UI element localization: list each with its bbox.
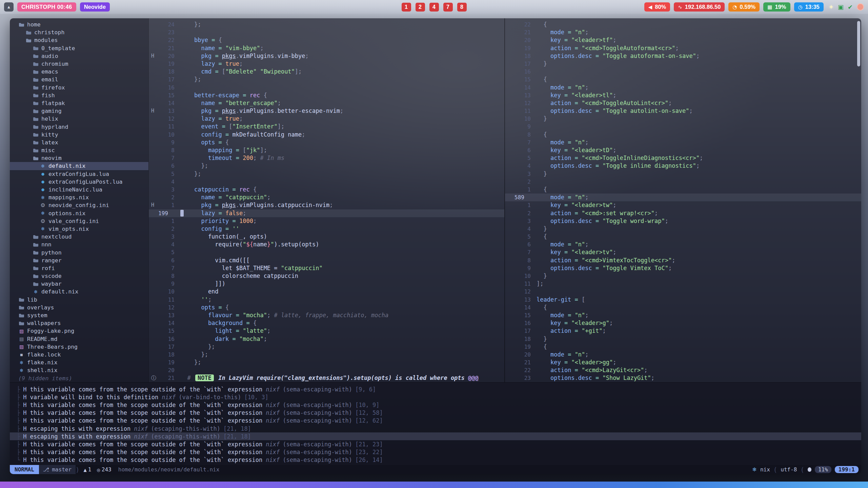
diagnostic-row[interactable]: ├ H this variable comes from the scope o… bbox=[10, 385, 861, 393]
file-tree-item[interactable]: rofi bbox=[10, 264, 148, 272]
file-tree-item[interactable]: audio bbox=[10, 52, 148, 60]
file-tree-item[interactable]: extraConfigLuaPost.lua bbox=[10, 178, 148, 186]
file-type-icon bbox=[18, 360, 25, 365]
file-tree-item[interactable]: neovide_config.ini bbox=[10, 201, 148, 209]
file-tree-item[interactable]: wallpapers bbox=[10, 319, 148, 327]
file-tree-item[interactable]: flake.nix bbox=[10, 359, 148, 366]
file-tree-item[interactable]: nextcloud bbox=[10, 233, 148, 241]
file-tree-item[interactable]: christoph bbox=[10, 28, 148, 36]
file-tree-item[interactable]: latex bbox=[10, 139, 148, 146]
code-text: } bbox=[537, 60, 547, 68]
file-tree-item[interactable]: kitty bbox=[10, 131, 148, 139]
file-tree-item[interactable]: system bbox=[10, 311, 148, 319]
line-number: 20 bbox=[514, 351, 531, 359]
file-tree-item[interactable]: ranger bbox=[10, 257, 148, 264]
file-tree-item[interactable]: README.md bbox=[10, 335, 148, 343]
code-line: 10 } bbox=[505, 272, 861, 280]
file-tree-item[interactable]: waybar bbox=[10, 280, 148, 288]
diagnostic-row[interactable]: ├ H this variable comes from the scope o… bbox=[10, 440, 861, 448]
file-tree-item[interactable]: nnn bbox=[10, 241, 148, 248]
file-tree-item[interactable]: (9 hidden items) bbox=[10, 374, 148, 382]
code-text: pkg = pkgs.vimPlugins.catppuccin-nvim; bbox=[180, 201, 333, 209]
file-tree-item[interactable]: default.nix bbox=[10, 288, 148, 296]
file-tree-item[interactable]: misc bbox=[10, 146, 148, 154]
file-tree-item[interactable]: options.nix bbox=[10, 209, 148, 217]
tray-icon[interactable] bbox=[857, 3, 864, 11]
tray-icon[interactable] bbox=[838, 3, 844, 11]
file-tree-item[interactable]: email bbox=[10, 76, 148, 83]
file-tree-item[interactable]: emacs bbox=[10, 68, 148, 76]
file-tree-item[interactable]: mappings.nix bbox=[10, 194, 148, 201]
file-tree-item[interactable]: lib bbox=[10, 296, 148, 304]
workspace-button[interactable]: 2 bbox=[416, 3, 425, 12]
file-tree-item[interactable]: python bbox=[10, 248, 148, 256]
code-text: opts = { bbox=[180, 139, 229, 146]
tray-icon[interactable] bbox=[848, 3, 853, 11]
file-tree-item[interactable]: Three-Bears.png bbox=[10, 343, 148, 351]
code-line: H 20 pkg = pkgs.vimPlugins.vim-bbye; bbox=[149, 52, 504, 60]
tree-guide: ├ bbox=[10, 417, 20, 424]
gutter-gap bbox=[531, 170, 537, 178]
file-tree-item[interactable]: helix bbox=[10, 115, 148, 123]
line-number: 14 bbox=[514, 84, 531, 92]
diagnostic-row[interactable]: ├ H this variable comes from the scope o… bbox=[10, 409, 861, 417]
workspace-button[interactable]: 1 bbox=[402, 3, 411, 12]
file-tree-item[interactable]: vscode bbox=[10, 272, 148, 280]
line-number: 9 bbox=[158, 280, 175, 288]
file-tree-item[interactable]: hyprland bbox=[10, 123, 148, 130]
file-tree-item[interactable]: fish bbox=[10, 92, 148, 99]
file-tree-item[interactable]: chromium bbox=[10, 60, 148, 68]
file-tree-item[interactable]: inclineNavic.lua bbox=[10, 186, 148, 194]
code-line: 19 }; bbox=[149, 359, 504, 366]
diagnostic-row[interactable]: ├ H this variable comes from the scope o… bbox=[10, 448, 861, 456]
status-badge[interactable]: 13:35 bbox=[794, 2, 824, 12]
warning-icon: ▲ bbox=[83, 468, 86, 472]
file-tree-item[interactable]: vale_config.ini bbox=[10, 217, 148, 225]
code-text: mode = "n"; bbox=[537, 84, 589, 92]
workspace-button[interactable]: 7 bbox=[443, 3, 453, 12]
diagnostic-row[interactable]: ├ H escaping this with expression nixf (… bbox=[10, 432, 861, 440]
line-number: 17 bbox=[158, 76, 175, 83]
diagnostics-summary[interactable]: ▲1 ◎243 bbox=[79, 465, 115, 474]
file-tree-item[interactable]: modules bbox=[10, 36, 148, 44]
tray-icon[interactable] bbox=[829, 3, 834, 11]
diagnostic-row[interactable]: └ H this variable comes from the scope o… bbox=[10, 456, 861, 464]
gutter-sign bbox=[505, 280, 514, 288]
scrollbar-thumb[interactable] bbox=[857, 21, 860, 66]
file-tree-item[interactable]: firefox bbox=[10, 84, 148, 92]
workspace-button[interactable]: 4 bbox=[429, 3, 439, 12]
code-text: { bbox=[537, 186, 547, 194]
gutter-gap bbox=[531, 296, 537, 304]
file-tree-item[interactable]: flatpak bbox=[10, 99, 148, 107]
line-number: 9 bbox=[514, 264, 531, 272]
status-badge[interactable]: 19% bbox=[763, 2, 790, 12]
user-uptime-badge[interactable]: CHRISTOPH 00:46 bbox=[17, 2, 76, 12]
line-number: 7 bbox=[514, 248, 531, 256]
file-tree-item[interactable]: Foggy-Lake.png bbox=[10, 327, 148, 335]
diagnostic-row[interactable]: ├ H this variable comes from the scope o… bbox=[10, 417, 861, 425]
editor-split-right[interactable]: 22 { 21 mode = "n"; 20 bbox=[505, 18, 861, 382]
diagnostic-row[interactable]: ├ H this variable comes from the scope o… bbox=[10, 401, 861, 409]
code-line: 4 } bbox=[505, 225, 861, 233]
status-badge[interactable]: 192.168.86.50 bbox=[674, 2, 725, 12]
file-tree-item[interactable]: default.nix bbox=[10, 162, 148, 170]
file-tree-item[interactable]: neovim bbox=[10, 154, 148, 162]
file-tree-item[interactable]: vim_opts.nix bbox=[10, 225, 148, 233]
file-tree-item[interactable]: overlays bbox=[10, 304, 148, 311]
status-badge[interactable]: 0.59% bbox=[728, 2, 760, 12]
file-tree-item[interactable]: extraConfigLua.lua bbox=[10, 170, 148, 178]
file-tree-item[interactable]: flake.lock bbox=[10, 351, 148, 359]
workspace-button[interactable]: 8 bbox=[457, 3, 467, 12]
os-logo[interactable]: ▲ bbox=[4, 2, 14, 12]
file-tree-item[interactable]: home bbox=[10, 21, 148, 28]
gutter-sign bbox=[505, 107, 514, 115]
active-app-badge[interactable]: Neovide bbox=[80, 2, 110, 12]
status-badge[interactable]: 80% bbox=[644, 2, 670, 12]
diagnostic-row[interactable]: ├ H escaping this with expression nixf (… bbox=[10, 425, 861, 432]
editor-split-left[interactable]: 24 }; 23 22 bbox=[148, 18, 505, 382]
file-tree-item[interactable]: 0_template bbox=[10, 44, 148, 52]
file-tree-item[interactable]: gaming bbox=[10, 107, 148, 115]
git-branch[interactable]: ⎇ master bbox=[39, 465, 76, 474]
file-tree-item[interactable]: shell.nix bbox=[10, 366, 148, 374]
diagnostic-row[interactable]: ├ H variable will bind to this definitio… bbox=[10, 393, 861, 401]
